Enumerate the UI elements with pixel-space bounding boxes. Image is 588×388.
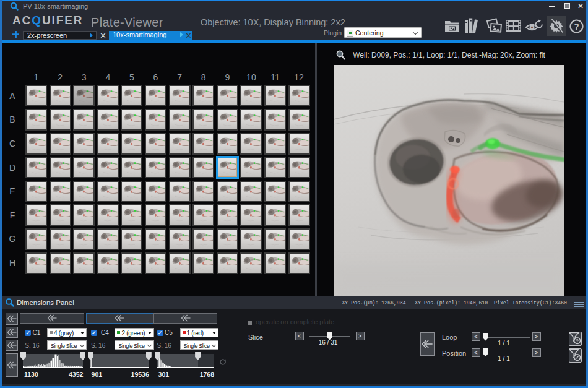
svg-text:?: ? (574, 22, 579, 32)
